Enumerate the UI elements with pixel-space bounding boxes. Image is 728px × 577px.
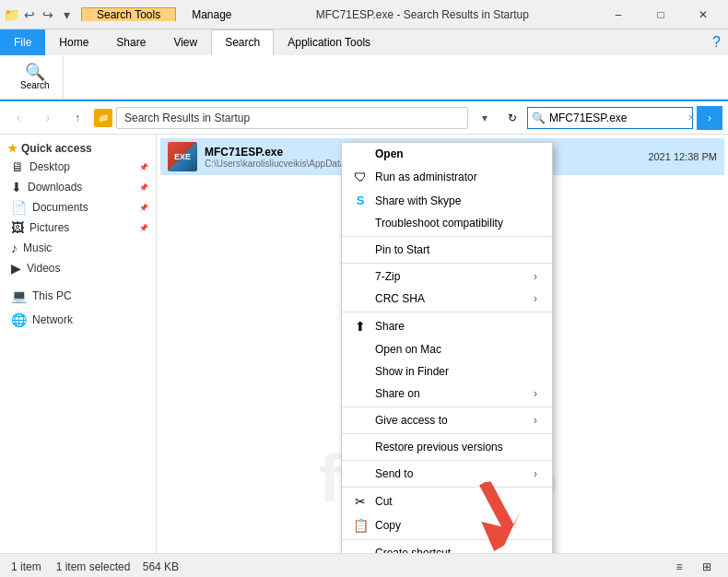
- pin-icon-docs: 📌: [139, 204, 148, 212]
- pictures-icon: 🖼: [11, 220, 24, 235]
- refresh-button[interactable]: ↻: [501, 107, 523, 129]
- forward-button[interactable]: ›: [35, 106, 61, 130]
- ctx-pin-start[interactable]: Pin to Start: [342, 239, 552, 261]
- ribbon-tab-view[interactable]: View: [159, 29, 211, 55]
- ctx-create-shortcut[interactable]: Create shortcut: [342, 542, 552, 553]
- ctx-access-arrow: ›: [534, 414, 537, 427]
- pin-icon: 📌: [139, 163, 148, 171]
- music-icon: ♪: [11, 241, 18, 255]
- status-bar: 1 item 1 item selected 564 KB ≡ ⊞: [0, 553, 728, 577]
- help-icon[interactable]: ?: [712, 34, 721, 51]
- search-icon: 🔍: [532, 112, 546, 124]
- sidebar-item-downloads[interactable]: ⬇ Downloads 📌: [0, 177, 156, 197]
- ctx-share[interactable]: ⬆ Share: [342, 314, 552, 338]
- main-layout: ★ Quick access 🖥 Desktop 📌 ⬇ Downloads 📌…: [0, 135, 728, 553]
- redo-icon[interactable]: ↪: [41, 7, 55, 22]
- ctx-copy-icon: 📋: [353, 518, 368, 533]
- details-view-button[interactable]: ≡: [669, 557, 689, 577]
- ctx-share-icon: ⬆: [353, 319, 368, 334]
- tab-search-tools[interactable]: Search Tools: [81, 7, 176, 21]
- pin-icon-downloads: 📌: [139, 183, 148, 192]
- title-tab-group: Search Tools Manage: [81, 7, 248, 21]
- sidebar: ★ Quick access 🖥 Desktop 📌 ⬇ Downloads 📌…: [0, 135, 157, 553]
- ctx-sendto-arrow: ›: [534, 467, 537, 480]
- ctx-sep-4: [342, 406, 552, 407]
- ctx-sep-1: [342, 236, 552, 237]
- sidebar-item-documents[interactable]: 📄 Documents 📌: [0, 197, 156, 218]
- address-bar: ‹ › ↑ 📁 Search Results in Startup ▾ ↻ 🔍 …: [0, 101, 728, 135]
- ctx-share-skype[interactable]: S Share with Skype: [342, 189, 552, 212]
- ctx-open-mac[interactable]: Open on Mac: [342, 338, 552, 360]
- search-again-btn[interactable]: 🔍 Search: [15, 62, 55, 92]
- tab-manage[interactable]: Manage: [176, 7, 247, 21]
- tiles-view-button[interactable]: ⊞: [697, 557, 717, 577]
- ctx-7zip[interactable]: 7-Zip ›: [342, 265, 552, 288]
- up-button[interactable]: ↑: [65, 106, 90, 130]
- ribbon-tabs: File Home Share View Search Application …: [0, 29, 728, 55]
- ctx-cut[interactable]: ✂ Cut: [342, 489, 552, 513]
- breadcrumb: Search Results in Startup: [124, 112, 250, 124]
- ctx-send-to[interactable]: Send to ›: [342, 463, 552, 485]
- window-title: MFC71ESP.exe - Search Results in Startup: [248, 8, 597, 21]
- app-icon: 📁: [4, 7, 18, 22]
- ctx-cut-icon: ✂: [353, 494, 368, 509]
- ctx-copy[interactable]: 📋 Copy: [342, 513, 552, 537]
- dropdown-icon[interactable]: ▾: [59, 7, 74, 22]
- search-input[interactable]: [549, 112, 687, 124]
- file-icon-exe: EXE: [168, 142, 197, 171]
- minimize-button[interactable]: –: [597, 0, 640, 29]
- status-selected: 1 item selected 564 KB: [56, 560, 179, 573]
- quick-access-header[interactable]: ★ Quick access: [0, 138, 156, 157]
- close-button[interactable]: ✕: [682, 0, 724, 29]
- ctx-7zip-arrow: ›: [534, 270, 537, 283]
- network-icon: 🌐: [11, 312, 27, 327]
- ctx-run-admin[interactable]: 🛡 Run as administrator: [342, 165, 552, 189]
- search-go-button[interactable]: ›: [697, 106, 722, 130]
- window-controls: – □ ✕: [597, 0, 724, 29]
- ribbon-tab-application-tools[interactable]: Application Tools: [274, 29, 384, 55]
- videos-icon: ▶: [11, 261, 21, 276]
- ctx-give-access[interactable]: Give access to ›: [342, 409, 552, 431]
- sidebar-item-desktop[interactable]: 🖥 Desktop 📌: [0, 157, 156, 177]
- ribbon-search-group: 🔍 Search: [7, 55, 64, 99]
- ctx-troubleshoot[interactable]: Troubleshoot compatibility: [342, 212, 552, 234]
- ctx-sep-3: [342, 312, 552, 312]
- sidebar-item-videos[interactable]: ▶ Videos: [0, 258, 156, 278]
- star-icon: ★: [7, 142, 18, 155]
- ribbon-tab-home[interactable]: Home: [45, 29, 102, 55]
- ctx-restore[interactable]: Restore previous versions: [342, 436, 552, 458]
- sidebar-item-thispc[interactable]: 💻 This PC: [0, 286, 156, 306]
- search-box[interactable]: 🔍 ✕: [527, 107, 693, 129]
- ctx-admin-icon: 🛡: [353, 170, 368, 184]
- exe-icon-visual: EXE: [168, 142, 197, 171]
- ctx-crc-sha[interactable]: CRC SHA ›: [342, 288, 552, 310]
- ribbon-tab-file[interactable]: File: [0, 29, 45, 55]
- ribbon-tab-search[interactable]: Search: [211, 29, 274, 55]
- undo-icon[interactable]: ↩: [22, 7, 37, 22]
- ctx-share-on-arrow: ›: [534, 387, 537, 400]
- dropdown-address-btn[interactable]: ▾: [472, 106, 498, 130]
- ctx-sep-8: [342, 539, 552, 540]
- clear-search-icon[interactable]: ✕: [687, 112, 695, 123]
- search-again-icon: 🔍: [25, 64, 45, 80]
- ctx-show-finder[interactable]: Show in Finder: [342, 360, 552, 383]
- ctx-open[interactable]: Open: [342, 143, 552, 165]
- maximize-button[interactable]: □: [640, 0, 682, 29]
- back-button[interactable]: ‹: [6, 106, 31, 130]
- thispc-icon: 💻: [11, 288, 27, 303]
- sidebar-item-music[interactable]: ♪ Music: [0, 238, 156, 258]
- desktop-icon: 🖥: [11, 159, 24, 174]
- pin-icon-pics: 📌: [139, 224, 148, 232]
- ribbon: File Home Share View Search Application …: [0, 29, 728, 101]
- downloads-icon: ⬇: [11, 180, 22, 194]
- ctx-share-on[interactable]: Share on ›: [342, 383, 552, 405]
- ctx-sep-5: [342, 433, 552, 434]
- address-input[interactable]: Search Results in Startup: [116, 107, 468, 129]
- sidebar-item-network[interactable]: 🌐 Network: [0, 310, 156, 330]
- documents-icon: 📄: [11, 200, 27, 215]
- sidebar-item-pictures[interactable]: 🖼 Pictures 📌: [0, 218, 156, 238]
- folder-icon: 📁: [94, 109, 112, 127]
- ctx-skype-icon: S: [353, 194, 368, 207]
- ribbon-tab-share[interactable]: Share: [102, 29, 159, 55]
- ctx-sep-6: [342, 460, 552, 461]
